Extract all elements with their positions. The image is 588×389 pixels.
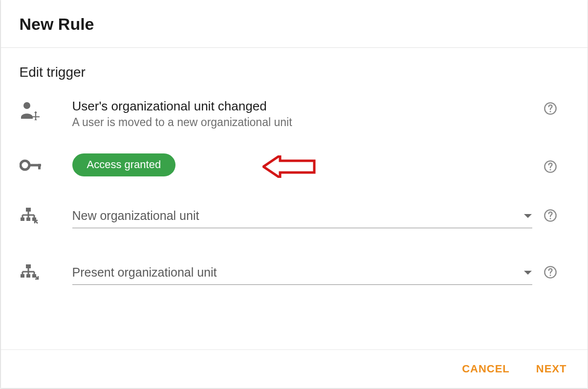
spacer bbox=[20, 295, 569, 349]
next-button[interactable]: NEXT bbox=[534, 360, 569, 378]
svg-point-0 bbox=[23, 102, 30, 109]
dropdown-caret-icon bbox=[523, 270, 532, 276]
cancel-button[interactable]: CANCEL bbox=[460, 360, 512, 378]
dialog-title: New Rule bbox=[20, 15, 569, 34]
svg-point-4 bbox=[550, 111, 551, 112]
svg-rect-7 bbox=[38, 164, 41, 169]
help-icon[interactable] bbox=[544, 209, 557, 222]
svg-point-9 bbox=[550, 169, 551, 170]
access-content: Access granted bbox=[72, 153, 532, 176]
help-icon[interactable] bbox=[544, 160, 557, 173]
access-icon-cell bbox=[20, 159, 72, 172]
access-granted-chip[interactable]: Access granted bbox=[72, 153, 176, 176]
trigger-title: User's organizational unit changed bbox=[72, 99, 532, 114]
key-icon bbox=[20, 159, 42, 172]
help-icon[interactable] bbox=[544, 265, 557, 279]
help-icon[interactable] bbox=[544, 102, 557, 115]
svg-rect-21 bbox=[26, 264, 31, 268]
svg-rect-10 bbox=[26, 208, 31, 212]
org-unit-in-icon bbox=[20, 207, 40, 224]
dropdown-caret-icon bbox=[523, 213, 532, 219]
svg-rect-28 bbox=[26, 274, 30, 278]
present-ou-select[interactable]: Present organizational unit bbox=[72, 262, 532, 285]
annotation-arrow-icon bbox=[262, 155, 316, 178]
new-rule-dialog: New Rule Edit trigger bbox=[1, 0, 588, 388]
present-ou-row: Present organizational unit bbox=[20, 262, 569, 285]
section-heading: Edit trigger bbox=[20, 65, 569, 80]
svg-rect-27 bbox=[21, 274, 24, 278]
access-row: Access granted bbox=[20, 153, 569, 176]
present-ou-select-label: Present organizational unit bbox=[72, 265, 523, 280]
svg-rect-17 bbox=[26, 217, 30, 221]
present-ou-content: Present organizational unit bbox=[72, 262, 532, 285]
svg-rect-16 bbox=[21, 217, 24, 221]
present-ou-icon-cell bbox=[20, 262, 72, 281]
svg-point-20 bbox=[550, 218, 551, 219]
user-move-icon bbox=[20, 101, 41, 120]
org-unit-out-icon bbox=[20, 263, 40, 281]
dialog-body[interactable]: Edit trigger bbox=[1, 48, 588, 349]
new-ou-content: New organizational unit bbox=[72, 206, 532, 228]
trigger-subtitle: A user is moved to a new organizational … bbox=[72, 116, 532, 129]
dialog-header: New Rule bbox=[1, 0, 588, 48]
new-ou-row: New organizational unit bbox=[20, 206, 569, 228]
svg-point-5 bbox=[21, 161, 29, 170]
new-ou-icon-cell bbox=[20, 206, 72, 224]
new-ou-select[interactable]: New organizational unit bbox=[72, 206, 532, 228]
dialog-footer: CANCEL NEXT bbox=[1, 349, 588, 388]
svg-point-31 bbox=[550, 275, 551, 276]
trigger-content: User's organizational unit changed A use… bbox=[72, 99, 532, 129]
trigger-row: User's organizational unit changed A use… bbox=[20, 99, 569, 129]
new-ou-select-label: New organizational unit bbox=[72, 209, 523, 223]
trigger-icon-cell bbox=[20, 99, 72, 120]
